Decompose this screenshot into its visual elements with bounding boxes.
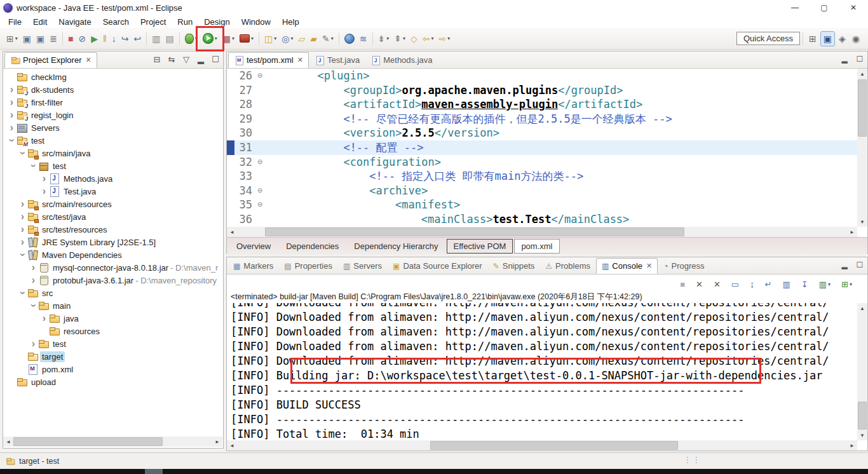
- menu-item-run[interactable]: Run: [172, 16, 198, 28]
- close-view-icon[interactable]: ✕: [85, 56, 91, 64]
- import-files-button[interactable]: ▰: [308, 31, 319, 46]
- tab-methods-java[interactable]: Methods.java: [365, 52, 437, 68]
- menu-item-window[interactable]: Window: [236, 16, 276, 28]
- tree-item-test[interactable]: ›Mtest: [3, 134, 222, 147]
- view-menu-icon[interactable]: ▽: [181, 55, 191, 64]
- scroll-up-icon[interactable]: ▲: [857, 69, 867, 79]
- collapse-chevron-icon[interactable]: ›: [18, 288, 28, 298]
- pom-tab-dependencies[interactable]: Dependencies: [279, 239, 346, 254]
- scrollbar-thumb[interactable]: [858, 402, 867, 430]
- tab-snippets[interactable]: ✎Snippets: [488, 258, 540, 274]
- perspective-javaee-button[interactable]: ▣: [820, 31, 835, 46]
- maximize-button[interactable]: ▢: [810, 0, 839, 15]
- pom-tab-overview[interactable]: Overview: [229, 239, 278, 254]
- pom-tab-pom-xml[interactable]: pom.xml: [514, 239, 559, 254]
- forward-button[interactable]: ⇨▾: [437, 31, 452, 46]
- trim-drag-handle[interactable]: ⋮⋮: [684, 456, 702, 464]
- tree-item-resources[interactable]: resources: [3, 325, 222, 337]
- remove-all-terminated-button[interactable]: ✕: [712, 276, 722, 292]
- tab-data-source-explorer[interactable]: ▣Data Source Explorer: [388, 258, 487, 274]
- word-wrap-button[interactable]: ↵: [763, 276, 774, 292]
- scroll-up-icon[interactable]: ▲: [857, 303, 867, 313]
- link-with-editor-icon[interactable]: ⇆: [166, 55, 177, 64]
- tree-item-first-filter[interactable]: ›Jfirst-filter: [3, 96, 222, 109]
- scroll-down-icon[interactable]: ▼: [857, 430, 867, 440]
- tree-item-src-main-resources[interactable]: ›src/main/resources: [3, 198, 222, 210]
- code-editor[interactable]: 26⊖<plugin>27<groupId>org.apache.maven.p…: [227, 69, 857, 227]
- scroll-right-icon[interactable]: ►: [847, 440, 857, 450]
- new-server-button[interactable]: ▥: [150, 31, 162, 46]
- clear-console-button[interactable]: ▭: [729, 276, 741, 292]
- back-button[interactable]: ⇦▾: [421, 31, 436, 46]
- line-number[interactable]: 34: [234, 184, 255, 198]
- tree-item-maven-dependencies[interactable]: ›Maven Dependencies: [3, 248, 222, 261]
- tree-item-upload[interactable]: upload: [3, 376, 222, 388]
- fold-collapse-icon[interactable]: ⊖: [255, 198, 266, 212]
- pin-console-button[interactable]: ↧: [799, 276, 810, 292]
- code-line-32[interactable]: 32⊖<configuration>: [227, 155, 857, 170]
- tab-console[interactable]: ▥Console✕: [596, 258, 658, 274]
- coverage-button[interactable]: ▦▾: [220, 31, 236, 46]
- code-line-36[interactable]: 36<mainClass>test.Test</mainClass>: [227, 212, 857, 227]
- collapse-chevron-icon[interactable]: ›: [7, 136, 17, 146]
- step-return-button[interactable]: ↩: [132, 31, 143, 46]
- tab-progress[interactable]: ◔Progress: [658, 258, 709, 274]
- show-console-on-output-button[interactable]: ▥: [781, 276, 792, 292]
- fold-collapse-icon[interactable]: ⊖: [255, 155, 266, 170]
- console-output[interactable]: [INFO] Downloaded from alimaven: http://…: [231, 303, 858, 440]
- fold-collapse-icon[interactable]: ⊖: [255, 184, 266, 198]
- tree-item-test[interactable]: ›test: [3, 159, 222, 172]
- tree-item-src-test-resources[interactable]: ›src/test/resources: [3, 223, 222, 236]
- new-wizard-button[interactable]: ⊞▾: [4, 31, 20, 46]
- previous-annotation-button[interactable]: ⇞▾: [392, 31, 407, 46]
- line-number[interactable]: 35: [234, 198, 255, 212]
- scroll-right-icon[interactable]: ►: [847, 227, 857, 237]
- code-line-29[interactable]: 29<!-- 尽管已经有更高版本的插件，但是2.5.5是一个经典版本 -->: [227, 112, 857, 126]
- tree-item-src-main-java[interactable]: ›src/main/java: [3, 147, 222, 159]
- line-number[interactable]: 29: [234, 112, 255, 126]
- tab-project-explorer[interactable]: Project Explorer ✕: [4, 52, 97, 68]
- collapse-chevron-icon[interactable]: ›: [29, 301, 39, 311]
- step-over-button[interactable]: ↪: [119, 31, 131, 46]
- code-line-34[interactable]: 34⊖<archive>: [227, 184, 857, 198]
- maximize-icon[interactable]: ☐: [210, 55, 220, 64]
- expand-chevron-icon[interactable]: ›: [29, 339, 38, 349]
- tree-item-mysql-connector-java-8-0-18-jar[interactable]: ›mysql-connector-java-8.0.18.jar - D:\ma…: [3, 261, 222, 274]
- line-number[interactable]: 26: [234, 69, 255, 83]
- close-tab-icon[interactable]: ✕: [297, 56, 303, 64]
- tab-markers[interactable]: ▦Markers: [228, 258, 278, 274]
- expand-chevron-icon[interactable]: ›: [18, 237, 27, 247]
- run-button[interactable]: ▾: [201, 31, 219, 46]
- tree-item-src[interactable]: ›src: [3, 287, 222, 299]
- scroll-down-icon[interactable]: ▼: [857, 217, 867, 227]
- scroll-right-icon[interactable]: ►: [212, 437, 222, 447]
- collapse-chevron-icon[interactable]: ›: [29, 161, 39, 171]
- resume-button[interactable]: ▶: [89, 31, 100, 46]
- scroll-left-icon[interactable]: ◄: [3, 437, 13, 447]
- tree-item-target[interactable]: target: [3, 350, 222, 363]
- annotate-button[interactable]: ✎▾: [320, 31, 336, 46]
- tab-properties[interactable]: ▤Properties: [279, 258, 337, 274]
- line-number[interactable]: 27: [234, 83, 255, 98]
- tree-item-protobuf-java-3-6-1-jar[interactable]: ›protobuf-java-3.6.1.jar - D:\maven_repo…: [3, 274, 222, 287]
- menu-item-edit[interactable]: Edit: [27, 16, 53, 28]
- menu-item-navigate[interactable]: Navigate: [53, 16, 97, 28]
- open-folder-button[interactable]: ▱: [296, 31, 307, 46]
- line-number[interactable]: 31: [234, 140, 255, 155]
- line-number[interactable]: 36: [234, 212, 255, 227]
- menu-item-search[interactable]: Search: [97, 16, 135, 28]
- tab-servers[interactable]: ▥Servers: [338, 258, 387, 274]
- console-hscrollbar[interactable]: ◄ ►: [227, 440, 857, 450]
- save-all-button[interactable]: ▣: [34, 31, 46, 46]
- tree-item-test-java[interactable]: ›Test.java: [3, 185, 222, 198]
- tree-item-test[interactable]: ›test: [3, 337, 222, 350]
- code-line-33[interactable]: 33<!-- 指定入口类 即带有main方法的类-->: [227, 169, 857, 184]
- tab-problems[interactable]: ⚠Problems: [540, 258, 595, 274]
- suspend-button[interactable]: ‖: [101, 31, 109, 46]
- expand-chevron-icon[interactable]: ›: [7, 85, 17, 95]
- expand-chevron-icon[interactable]: ›: [39, 186, 49, 196]
- code-line-35[interactable]: 35⊖<manifest>: [227, 198, 857, 212]
- code-line-28[interactable]: 28<artifactId>maven-assembly-plugin</art…: [227, 97, 857, 112]
- expand-chevron-icon[interactable]: ›: [39, 313, 49, 323]
- editor-vscrollbar[interactable]: ▲ ▼: [857, 69, 867, 227]
